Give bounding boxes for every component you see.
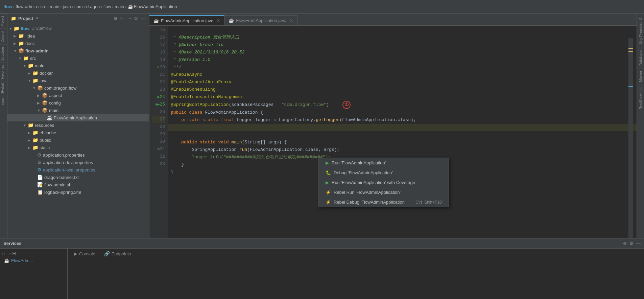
title-java-icon: ☕ (128, 4, 133, 9)
ln-22: 22 (152, 78, 165, 86)
ctx-debug[interactable]: 🐛Debug 'FlowAdminApplication' (319, 168, 449, 178)
ctx-rebel-debug-shortcut: Ctrl+Shift+F10 (415, 200, 442, 205)
tree-item-app-props[interactable]: ▶ ⚙ application.properties (7, 151, 149, 159)
ctx-run[interactable]: ▶Run 'FlowAdminApplication' (319, 158, 449, 168)
tab-close-2[interactable]: ✕ (290, 18, 293, 23)
ctx-rebel-run[interactable]: ⚡Rebel Run 'FlowAdminApplication' (319, 187, 449, 197)
sidebar-locate-icon[interactable]: ⊕ (114, 16, 118, 21)
tree-item-app-local-props[interactable]: ▶ ⚙ application-local.properties (7, 166, 149, 174)
tree-label-logback-spring: logback-spring.xml (44, 190, 81, 195)
tree-label-ehcache: ehcache (40, 130, 56, 135)
tree-item-public[interactable]: ▶ 📁 public (7, 136, 149, 144)
sidebar-header: 📁 Project ▼ ⊕ ⇐ ⇒ ⚙ — (7, 14, 149, 23)
left-tab-npm[interactable]: npm (0, 96, 7, 107)
bottom-service-controls: ⇔ ⇒ ⊞ (0, 250, 67, 257)
sidebar: 📁 Project ▼ ⊕ ⇐ ⇒ ⚙ — ▼ 📁 flow D:\vue\fl… (7, 14, 149, 238)
tree-item-dragon-banner[interactable]: ▶ 📄 dragon-banner.txt (7, 174, 149, 181)
bottom-content (68, 259, 644, 299)
endpoints-icon: 🔗 (104, 251, 110, 256)
ctx-run-label: Run 'FlowAdminApplication' (332, 160, 386, 165)
titlebar: flow › flow-admin › src › main › java › … (0, 0, 644, 14)
tab-endpoints[interactable]: 🔗 Endpoints (101, 250, 134, 257)
tree-item-app-dev-props[interactable]: ▶ ⚙ application-dev.properties (7, 159, 149, 166)
code-editor[interactable]: 15 16 17 18 19 ⊕20 21 22 23 ▶24 ⊕ ▶25 26 (149, 26, 637, 238)
tree-label-aspect: aspect (49, 93, 62, 98)
tree-item-aspect[interactable]: ▶ 📦 aspect (7, 92, 149, 99)
run-icon-25[interactable]: ⊕ (155, 101, 158, 108)
sidebar-dropdown-icon[interactable]: ▼ (35, 16, 39, 20)
service-icon: ☕ (4, 258, 9, 263)
tree-item-com-dragon-flow[interactable]: ▼ 📦 com.dragon.flow (7, 84, 149, 92)
tree-item-main[interactable]: ▼ 📁 main (7, 62, 149, 69)
title-main2: main (115, 4, 124, 9)
tree-item-flow-admin-sh[interactable]: ▶ 📝 flow-admin.sh (7, 181, 149, 188)
right-tab-rest-services[interactable]: RestServices (638, 85, 643, 112)
left-tab-structure[interactable]: Structure (0, 45, 7, 63)
tab-FlowFrontApplication[interactable]: ☕ FlowFrontApplication.java ✕ (224, 15, 297, 25)
bottom-settings-icon[interactable]: ⚙ (629, 241, 634, 246)
right-tab-key-promoter[interactable]: Key Promoter X (638, 15, 643, 47)
tree-label-idea: .idea (25, 33, 35, 39)
fold-icon-31[interactable]: ⊕ (158, 145, 160, 153)
left-tab-project[interactable]: Project (0, 14, 7, 28)
tab-close-1[interactable]: ✕ (217, 18, 220, 23)
tree-item-main-pkg[interactable]: ▼ 📦 main (7, 107, 149, 114)
right-side-tabs: Key Promoter X Database Maven RestServic… (637, 14, 644, 238)
tree-item-idea[interactable]: ▶ 📁 .idea (7, 32, 149, 40)
tree-label-static: static (40, 145, 50, 150)
tab-console[interactable]: ▶ Console (71, 250, 98, 257)
right-tab-database[interactable]: Database (638, 47, 643, 68)
left-bar: Project Commit Structure Favorites JRebe… (0, 14, 7, 238)
tree-item-FlowAdminApplication[interactable]: ▶ ☕ FlowAdminApplication (7, 114, 149, 121)
bottom-panel: Services ⊕ ⚙ — ⇔ ⇒ ⊞ ☕ FlowAdm... ▶ Cons… (0, 238, 644, 299)
bottom-title: Services (3, 241, 22, 246)
rebel-debug-icon: ⚡ (326, 200, 331, 205)
sidebar-settings-icon[interactable]: ⚙ (134, 16, 138, 21)
tree-item-docs[interactable]: ▶ 📁 docs (7, 40, 149, 47)
tree-item-resources[interactable]: ▼ 📁 resources (7, 121, 149, 129)
bottom-ctrl-expand[interactable]: ⇔ (1, 251, 5, 256)
tree-label-resources: resources (35, 123, 54, 128)
tree-label-config: config (49, 100, 61, 106)
left-tab-favorites[interactable]: Favorites (0, 63, 7, 81)
tree-item-java[interactable]: ▼ 📁 java (7, 77, 149, 84)
tab-FlowAdminApplication[interactable]: ☕ FlowAdminApplication.java ✕ (149, 15, 224, 25)
tree-label-java: java (40, 78, 48, 83)
line-numbers: 15 16 17 18 19 ⊕20 21 22 23 ▶24 ⊕ ▶25 26 (149, 26, 168, 238)
tree-label-main: main (35, 63, 44, 68)
run-icon-24[interactable]: ▶ (158, 93, 160, 101)
tree-item-static[interactable]: ▶ 📁 static (7, 144, 149, 151)
debug-icon: 🐛 (326, 170, 331, 175)
left-tab-jrebel[interactable]: JRebel (0, 81, 7, 96)
sidebar-title: Project (18, 16, 33, 21)
tree-item-src[interactable]: ▼ 📁 src (7, 54, 149, 62)
ctx-rebel-debug-label: Rebel Debug 'FlowAdminApplication' (334, 200, 405, 205)
ctx-rebel-debug[interactable]: ⚡Rebel Debug 'FlowAdminApplication' Ctrl… (319, 197, 449, 207)
right-tab-maven[interactable]: Maven (638, 68, 643, 85)
sidebar-minimize-icon[interactable]: — (141, 16, 146, 21)
left-tab-commit[interactable]: Commit (0, 28, 7, 44)
bottom-ctrl-collapse[interactable]: ⇒ (7, 251, 11, 256)
sidebar-expand-icon[interactable]: ⇒ (127, 16, 131, 21)
tree-item-flow-admin[interactable]: ▼ 📦 flow-admin (7, 47, 149, 54)
bottom-service-item[interactable]: ☕ FlowAdm... (0, 257, 67, 264)
arrow-icon-25[interactable]: ▶ (158, 101, 160, 108)
tab-icon-1: ☕ (153, 18, 159, 23)
ln-15: 15 (152, 26, 165, 34)
tree-item-config[interactable]: ▶ 📦 config (7, 99, 149, 107)
sidebar-collapse-icon[interactable]: ⇐ (120, 16, 124, 21)
ctx-coverage-label: Run 'FlowAdminApplication' with Coverage (332, 180, 415, 185)
ctx-run-coverage[interactable]: ▶Run 'FlowAdminApplication' with Coverag… (319, 178, 449, 187)
fold-icon-20[interactable]: ⊕ (157, 64, 159, 71)
bottom-ctrl-grid[interactable]: ⊞ (12, 251, 16, 256)
tree-item-docker[interactable]: ▶ 📁 docker (7, 69, 149, 77)
title-classname: FlowAdminApplication (134, 4, 177, 9)
ln-25: ⊕ ▶25 (152, 101, 165, 108)
bottom-add-icon[interactable]: ⊕ (623, 241, 627, 246)
bottom-minimize-icon[interactable]: — (636, 241, 641, 246)
ctx-rebel-run-label: Rebel Run 'FlowAdminApplication' (334, 190, 401, 195)
tree-item-logback-spring[interactable]: ▶ 📋 logback-spring.xml (7, 188, 149, 196)
tree-item-ehcache[interactable]: ▶ 📁 ehcache (7, 129, 149, 136)
title-flow: flow (3, 4, 12, 9)
tree-item-flow[interactable]: ▼ 📁 flow D:\vue\flow (7, 25, 149, 32)
